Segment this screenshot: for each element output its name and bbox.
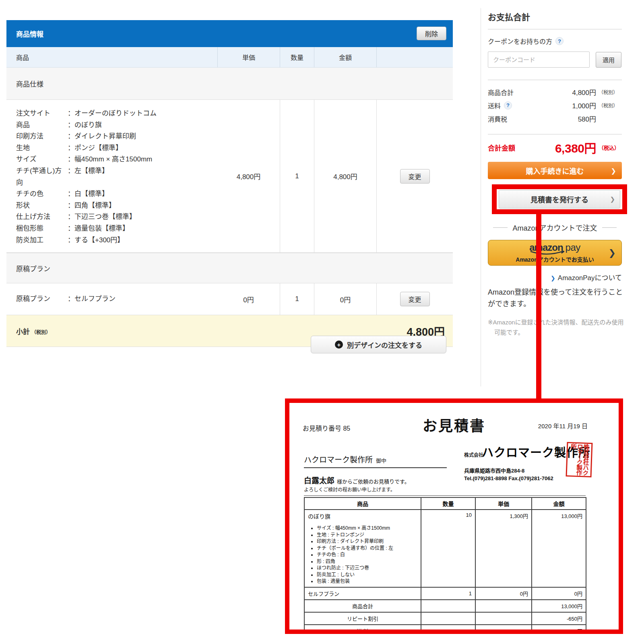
q-col-unit: 単価 — [475, 497, 532, 510]
quote-greeting: よろしくご検討の程お願い申し上げます。 — [304, 486, 395, 493]
subtotal-tax-note: （税別） — [31, 330, 51, 335]
coupon-help-icon[interactable]: ? — [555, 37, 564, 45]
total-value: 6,380円 — [555, 138, 596, 156]
spec-section-header: 商品仕様 — [6, 68, 453, 100]
item-quantity: 1 — [280, 100, 314, 252]
col-amount: 金額 — [314, 47, 376, 67]
q-item-name: のぼり旗 — [308, 513, 330, 520]
subtotal-label: 小計（税別） — [16, 326, 51, 336]
add-design-label: 別デザインの注文をする — [347, 340, 422, 350]
summary-row-tax: 消費税 580円 — [488, 112, 622, 125]
q-shipping-amount: 1,000円 — [532, 625, 586, 634]
q-item-qty: 10 — [421, 510, 475, 587]
plan-spec-cell: 原稿プラン：セルフプラン — [6, 283, 217, 315]
checkout-label: 購入手続きに進む — [526, 167, 584, 175]
divider — [488, 80, 622, 80]
q-total-amount: 13,000円 — [532, 600, 586, 612]
annotation-connector-line — [536, 209, 541, 402]
change-item-button[interactable]: 変更 — [400, 169, 430, 184]
issue-quote-label: 見積書を発行する — [530, 196, 588, 204]
issue-quote-button[interactable]: 見積書を発行する ❯ — [499, 190, 620, 208]
summary-label: 消費税 — [488, 114, 507, 124]
addressee-underline — [304, 467, 447, 468]
amazon-logo-pay: pay — [566, 243, 580, 252]
amazon-pay-button[interactable]: amazon pay Amazonアカウントでお支払い ❯ — [488, 240, 622, 266]
spec-row: 生地：ポンジ【標準】 — [16, 142, 209, 154]
plus-icon: + — [335, 341, 343, 349]
chevron-right-icon: ❯ — [551, 275, 555, 281]
chevron-right-icon: ❯ — [610, 196, 615, 203]
amazon-pay-about-link[interactable]: ❯AmazonPayについて — [488, 272, 622, 282]
checkout-button[interactable]: 購入手続きに進む ❯ — [488, 162, 622, 179]
summary-value: 4,800円 — [572, 87, 596, 97]
q-spec: チチの色 : 白 — [317, 551, 417, 558]
summary-label: 送料 ? — [488, 101, 512, 110]
q-col-qty: 数量 — [421, 497, 475, 510]
company-tel: Tel.(079)281-8898 Fax.(079)281-7062 — [464, 475, 553, 481]
delete-button[interactable]: 削除 — [417, 27, 446, 40]
cart-column-header: 商品 単価 数量 金額 — [6, 47, 453, 68]
q-plan-qty: 1 — [421, 587, 475, 600]
quote-discount-row: リピート割引 -650円 — [304, 612, 586, 625]
spec-row: チチ(竿通し)方向：左【標準】 — [16, 165, 209, 188]
summary-row-items: 商品合計 4,800円 （税別） — [488, 85, 622, 99]
change-plan-button[interactable]: 変更 — [400, 292, 430, 306]
q-spec: 印刷方法 : ダイレクト昇華印刷 — [317, 538, 417, 545]
quote-date: 2020 年11 月19 日 — [538, 421, 588, 430]
item-action-cell: 変更 — [376, 100, 453, 252]
checkout-page: 商品情報 削除 商品 単価 数量 金額 商品仕様 注文サイト：オーダーのぼりドッ… — [0, 0, 644, 644]
plan-action-cell: 変更 — [376, 283, 453, 315]
item-spec-list: 注文サイト：オーダーのぼりドットコム 商品：のぼり旗 印刷方法：ダイレクト昇華印… — [16, 108, 209, 246]
quote-plan-row: セルフプラン 1 0円 0円 — [304, 587, 586, 600]
summary-value: 580円 — [578, 114, 596, 124]
q-spec: 防炎加工 : しない — [317, 572, 417, 578]
q-shipping-label: 送 料 — [304, 625, 421, 634]
q-spec: 生地 : テトロンポンジ — [317, 532, 417, 539]
summary-value: 1,000円 — [572, 100, 596, 110]
amazon-note: ※Amazonに登録された決済情報、配送先のみ使用可能です。 — [488, 317, 625, 337]
company-seal-stamp: 株式会社ハクロマーク製作所 — [566, 442, 593, 477]
q-discount-amount: -650円 — [532, 612, 586, 625]
q-spec: ほつれ防止 : 下辺三つ巻 — [317, 565, 417, 572]
item-amount: 4,800円 — [314, 100, 376, 252]
spec-row: 梱包形態：適量包装【標準】 — [16, 223, 209, 235]
spec-row: チチの色：白【標準】 — [16, 188, 209, 200]
shipping-help-icon[interactable]: ? — [504, 101, 512, 109]
q-col-amount: 金額 — [532, 497, 586, 510]
col-action — [376, 47, 453, 67]
summary-label: 商品合計 — [488, 87, 514, 97]
divider — [488, 29, 622, 29]
plan-section-header: 原稿プラン — [6, 253, 453, 283]
plan-quantity: 1 — [280, 283, 314, 315]
company-prefix: 株式会社 — [464, 451, 483, 458]
q-plan-name: セルフプラン — [304, 587, 421, 600]
cart-item-row: 注文サイト：オーダーのぼりドットコム 商品：のぼり旗 印刷方法：ダイレクト昇華印… — [6, 100, 453, 253]
cart-title: 商品情報 — [16, 29, 43, 39]
spec-row: 商品：のぼり旗 — [16, 120, 209, 131]
divider-line — [602, 227, 617, 228]
q-item-specs: サイズ : 幅450mm × 高さ1500mm 生地 : テトロンポンジ 印刷方… — [317, 525, 417, 585]
coupon-code-input[interactable] — [488, 52, 590, 68]
quote-table-header: 商品 数量 単価 金額 — [304, 497, 586, 510]
add-design-button[interactable]: + 別デザインの注文をする — [311, 336, 446, 353]
item-unit-price: 4,800円 — [217, 100, 280, 252]
col-quantity: 数量 — [280, 47, 314, 67]
sidebar-title: お支払合計 — [488, 10, 530, 23]
col-unit-price: 単価 — [217, 47, 280, 67]
quote-addressee: ハクロマーク製作所御中 — [304, 454, 386, 464]
spec-row: 印刷方法：ダイレクト昇華印刷 — [16, 131, 209, 142]
divider-line — [493, 227, 508, 228]
item-spec-cell: 注文サイト：オーダーのぼりドットコム 商品：のぼり旗 印刷方法：ダイレクト昇華印… — [6, 100, 217, 252]
q-spec: チチ（ポールを通す布）の位置 : 左 — [317, 545, 417, 552]
company-address: 兵庫県姫路市西中島284-8 — [464, 466, 524, 474]
q-col-product: 商品 — [304, 497, 421, 510]
quote-document: お見積り番号 85 お見積書 2020 年11 月19 日 ハクロマーク製作所御… — [289, 403, 619, 630]
total-label: 合計金額 — [488, 142, 515, 153]
spec-row: 防炎加工：する【+300円】 — [16, 235, 209, 246]
q-spec: 形 : 四角 — [317, 558, 417, 565]
coupon-apply-button[interactable]: 適用 — [596, 52, 621, 68]
quote-table-wrap: 商品 数量 単価 金額 のぼり旗 サイズ : 幅450mm × 高さ1500mm… — [304, 495, 586, 634]
q-item-amount: 13,000円 — [532, 510, 586, 587]
q-spec: サイズ : 幅450mm × 高さ1500mm — [317, 525, 417, 532]
plan-unit-price: 0円 — [217, 283, 280, 315]
